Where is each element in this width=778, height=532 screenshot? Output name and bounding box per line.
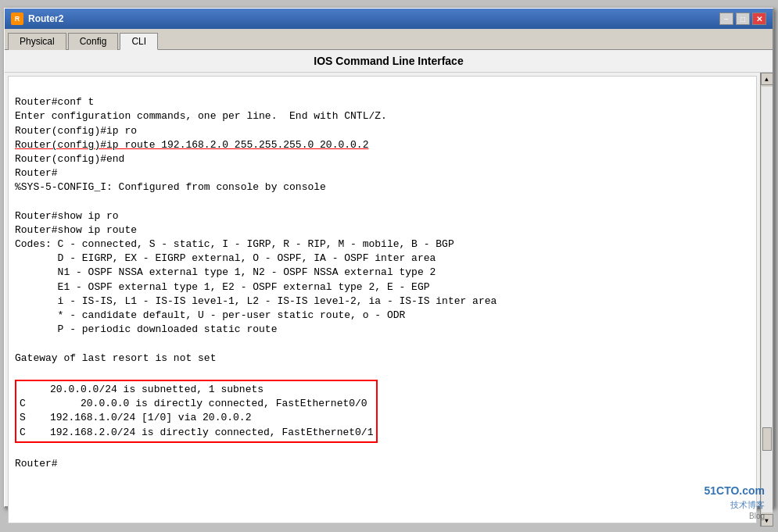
scrollbar-thumb[interactable] <box>762 427 772 451</box>
content-area: Router#conf t Enter configuration comman… <box>5 73 773 527</box>
watermark-site: 51CTO.com <box>704 484 765 499</box>
watermark: 51CTO.com 技术博客 Blog <box>704 484 765 522</box>
scrollbar-track <box>762 87 773 512</box>
watermark-subtitle: 技术博客 <box>704 499 765 511</box>
router2-window: R Router2 − □ ✕ Physical Config CLI IOS … <box>4 8 774 508</box>
tab-config[interactable]: Config <box>68 33 119 50</box>
router-icon: R <box>11 12 23 25</box>
highlighted-command: Router(config)#ip route 192.168.2.0 255.… <box>15 139 368 151</box>
tab-bar: Physical Config CLI <box>5 29 773 50</box>
scroll-up-button[interactable]: ▲ <box>761 73 773 85</box>
terminal[interactable]: Router#conf t Enter configuration comman… <box>8 76 757 523</box>
section-title: IOS Command Line Interface <box>5 50 773 73</box>
window-title: Router2 <box>28 13 63 24</box>
title-bar-left: R Router2 <box>11 12 63 25</box>
tab-cli[interactable]: CLI <box>120 33 158 50</box>
watermark-blog: Blog <box>704 511 765 522</box>
terminal-text: Router#conf t Enter configuration comman… <box>15 96 497 363</box>
terminal-prompt-end: Router# <box>15 458 58 470</box>
close-button[interactable]: ✕ <box>752 12 766 25</box>
minimize-button[interactable]: − <box>719 12 733 25</box>
scrollbar[interactable]: ▲ ▼ <box>760 73 773 527</box>
title-bar-buttons: − □ ✕ <box>719 12 766 25</box>
tab-physical[interactable]: Physical <box>8 33 66 50</box>
title-bar: R Router2 − □ ✕ <box>5 9 773 29</box>
restore-button[interactable]: □ <box>736 12 750 25</box>
router-icon-label: R <box>15 15 20 23</box>
route-table-box: 20.0.0.0/24 is subnetted, 1 subnets C 20… <box>15 380 378 443</box>
